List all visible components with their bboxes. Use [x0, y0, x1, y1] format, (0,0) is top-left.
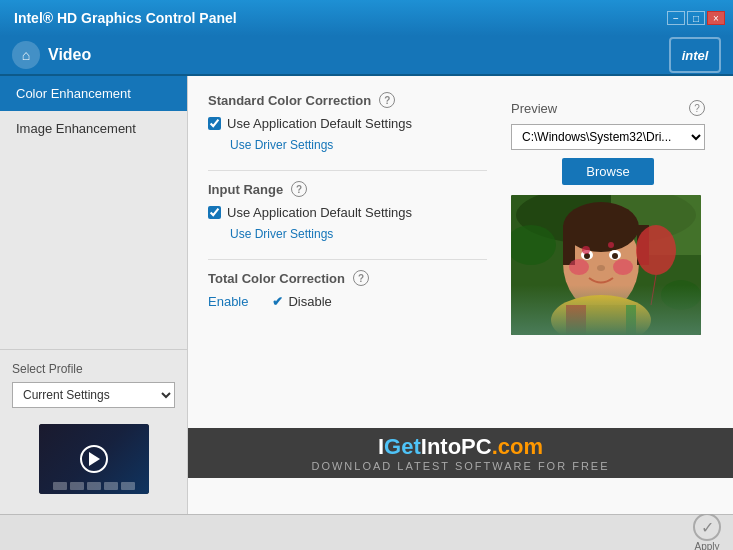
- input-range-section: Input Range ? Use Application Default Se…: [208, 181, 487, 241]
- home-icon: ⌂: [22, 47, 30, 63]
- play-button[interactable]: [80, 445, 108, 473]
- app-title: Intel® HD Graphics Control Panel: [8, 10, 667, 26]
- svg-rect-18: [566, 305, 586, 335]
- settings-panel: Standard Color Correction ? Use Applicat…: [208, 92, 487, 343]
- standard-color-header: Standard Color Correction ?: [208, 92, 487, 108]
- standard-color-info-icon[interactable]: ?: [379, 92, 395, 108]
- svg-point-12: [569, 259, 589, 275]
- ctrl-dot-4: [104, 482, 118, 490]
- divider-1: [208, 170, 487, 171]
- svg-point-13: [613, 259, 633, 275]
- input-range-checkbox-label: Use Application Default Settings: [227, 205, 412, 220]
- standard-color-checkbox[interactable]: [208, 117, 221, 130]
- close-button[interactable]: ×: [707, 11, 725, 25]
- input-range-title: Input Range: [208, 182, 283, 197]
- svg-point-10: [612, 253, 618, 259]
- ctrl-dot-2: [70, 482, 84, 490]
- watermark-get: Get: [384, 434, 421, 459]
- preview-image: [511, 195, 701, 335]
- standard-color-title: Standard Color Correction: [208, 93, 371, 108]
- svg-point-14: [582, 246, 590, 254]
- standard-color-section: Standard Color Correction ? Use Applicat…: [208, 92, 487, 152]
- sidebar-bottom: Select Profile Current Settings: [0, 349, 187, 514]
- watermark-into: Into: [421, 434, 461, 459]
- input-range-checkbox-row: Use Application Default Settings: [208, 205, 487, 220]
- standard-color-checkbox-label: Use Application Default Settings: [227, 116, 412, 131]
- preview-info-icon[interactable]: ?: [689, 100, 705, 116]
- sidebar: Color Enhancement Image Enhancement Sele…: [0, 76, 188, 514]
- watermark-dot-com: .com: [492, 434, 543, 459]
- play-icon: [89, 452, 100, 466]
- preview-dropdown[interactable]: C:\Windows\System32\Dri...: [511, 124, 705, 150]
- apply-label: Apply: [694, 541, 719, 550]
- svg-point-23: [661, 280, 701, 310]
- preview-svg: [511, 195, 701, 335]
- video-bar: ⌂ Video intel: [0, 36, 733, 76]
- intel-logo: intel: [669, 37, 721, 73]
- content-with-preview: Standard Color Correction ? Use Applicat…: [208, 92, 713, 343]
- svg-rect-19: [626, 305, 636, 335]
- video-thumbnail: [39, 424, 149, 494]
- sidebar-item-image-enhancement[interactable]: Image Enhancement: [0, 111, 187, 146]
- bottom-bar: ✓ Apply: [0, 514, 733, 550]
- total-color-section: Total Color Correction ? Enable ✔ Disabl…: [208, 270, 487, 309]
- apply-button[interactable]: ✓ Apply: [693, 513, 721, 550]
- enable-option[interactable]: Enable: [208, 294, 248, 309]
- disable-label: Disable: [288, 294, 331, 309]
- disable-option[interactable]: ✔ Disable: [272, 294, 331, 309]
- watermark-pc: PC: [461, 434, 492, 459]
- home-button[interactable]: ⌂: [12, 41, 40, 69]
- preview-title: Preview: [511, 101, 557, 116]
- input-range-header: Input Range ?: [208, 181, 487, 197]
- preview-panel: Preview ? C:\Windows\System32\Dri... Bro…: [503, 92, 713, 343]
- window-controls: − □ ×: [667, 11, 725, 25]
- svg-point-15: [608, 242, 614, 248]
- svg-point-11: [597, 265, 605, 271]
- standard-color-checkbox-row: Use Application Default Settings: [208, 116, 487, 131]
- video-controls-strip: [39, 482, 149, 490]
- ctrl-dot-3: [87, 482, 101, 490]
- divider-2: [208, 259, 487, 260]
- watermark-banner: IGetIntoPC.com Download Latest Software …: [188, 428, 733, 478]
- profile-select[interactable]: Current Settings: [12, 382, 175, 408]
- svg-point-16: [551, 295, 651, 335]
- input-range-driver-link[interactable]: Use Driver Settings: [230, 227, 333, 241]
- watermark-big-text: IGetIntoPC.com: [194, 434, 727, 460]
- input-range-checkbox[interactable]: [208, 206, 221, 219]
- watermark-sub-text: Download Latest Software for Free: [194, 460, 727, 472]
- maximize-button[interactable]: □: [687, 11, 705, 25]
- total-color-info-icon[interactable]: ?: [353, 270, 369, 286]
- svg-rect-17: [566, 305, 636, 335]
- svg-point-20: [636, 225, 676, 275]
- total-color-title: Total Color Correction: [208, 271, 345, 286]
- browse-button[interactable]: Browse: [562, 158, 653, 185]
- enable-disable-row: Enable ✔ Disable: [208, 294, 487, 309]
- enable-label: Enable: [208, 294, 248, 309]
- apply-check-icon: ✓: [693, 513, 721, 541]
- ctrl-dot-5: [121, 482, 135, 490]
- svg-point-9: [584, 253, 590, 259]
- svg-rect-5: [563, 225, 575, 265]
- select-profile-label: Select Profile: [12, 362, 175, 376]
- title-bar: Intel® HD Graphics Control Panel − □ ×: [0, 0, 733, 36]
- preview-header: Preview ?: [511, 100, 705, 116]
- main-layout: Color Enhancement Image Enhancement Sele…: [0, 76, 733, 514]
- section-title: Video: [48, 46, 91, 64]
- intel-logo-text: intel: [682, 48, 709, 63]
- checkmark-icon: ✔: [272, 294, 283, 309]
- ctrl-dot-1: [53, 482, 67, 490]
- minimize-button[interactable]: −: [667, 11, 685, 25]
- total-color-header: Total Color Correction ?: [208, 270, 487, 286]
- preview-image-content: [511, 195, 701, 335]
- sidebar-nav: Color Enhancement Image Enhancement: [0, 76, 187, 349]
- input-range-info-icon[interactable]: ?: [291, 181, 307, 197]
- standard-color-driver-link[interactable]: Use Driver Settings: [230, 138, 333, 152]
- sidebar-item-color-enhancement[interactable]: Color Enhancement: [0, 76, 187, 111]
